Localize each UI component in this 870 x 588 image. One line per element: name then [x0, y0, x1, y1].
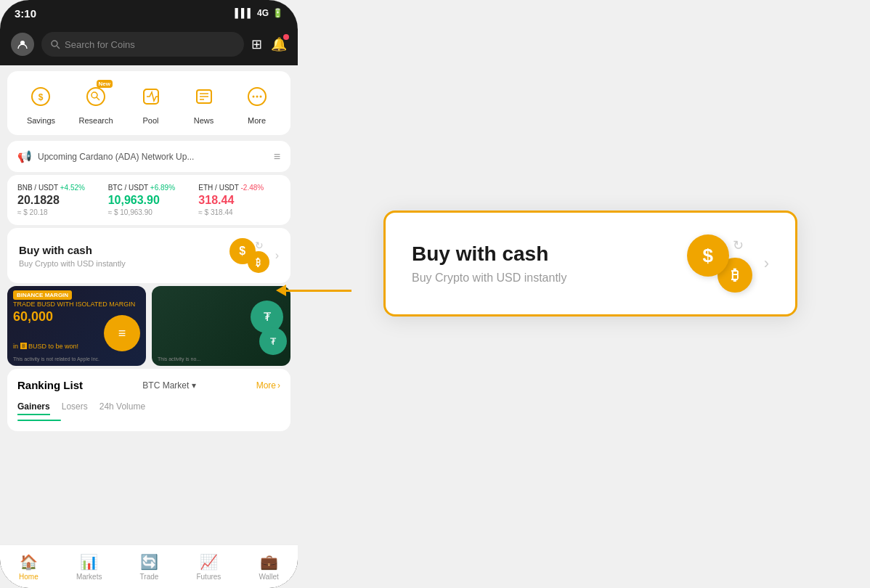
- ranking-more-btn[interactable]: More ›: [256, 380, 280, 391]
- buy-cash-arrow: ›: [275, 249, 279, 262]
- banner-disclaimer: This activity is not related to Apple In…: [13, 356, 140, 362]
- pool-icon: [136, 81, 166, 112]
- tab-gainers[interactable]: Gainers: [17, 399, 50, 415]
- banner-sub: in 🅱 BUSD to be won!: [13, 343, 78, 350]
- ranking-title: Ranking List: [17, 379, 83, 391]
- btc-pair: BTC / USDT +6.89%: [108, 184, 190, 192]
- new-badge: New: [97, 80, 113, 88]
- quick-menu: $ Savings New Research: [7, 71, 290, 135]
- popup-title: Buy with cash: [412, 242, 687, 266]
- nav-wallet[interactable]: 💼 Wallet: [259, 553, 278, 581]
- nav-markets[interactable]: 📊 Markets: [76, 553, 102, 581]
- ranking-tabs: Gainers Losers 24h Volume: [17, 399, 280, 415]
- buy-cash-right: $ ↻ ₿ ›: [229, 238, 279, 273]
- search-placeholder: Search for Coins: [65, 39, 135, 50]
- menu-news[interactable]: News: [189, 81, 219, 125]
- popup-refresh-icon: ↻: [733, 237, 744, 253]
- tab-losers[interactable]: Losers: [62, 399, 88, 415]
- popup-right: $ ↻ ₿ ›: [687, 234, 769, 293]
- more-icon: [242, 81, 272, 112]
- futures-icon: 📈: [200, 553, 218, 571]
- home-icon: 🏠: [20, 553, 38, 571]
- btc-change: +6.89%: [150, 184, 175, 192]
- nav-trade[interactable]: 🔄 Trade: [140, 553, 159, 581]
- bell-icon[interactable]: 🔔: [271, 36, 287, 52]
- buy-cash-card[interactable]: Buy with cash Buy Crypto with USD instan…: [7, 228, 290, 283]
- announcement-text: Upcoming Cardano (ADA) Network Up...: [38, 152, 194, 162]
- nav-futures[interactable]: 📈 Futures: [196, 553, 221, 581]
- tab-24h-volume[interactable]: 24h Volume: [99, 399, 145, 415]
- phone-screen: 3:10 ▌▌▌ 4G 🔋 Search for Coins ⊞ 🔔: [0, 0, 298, 588]
- list-icon[interactable]: ≡: [274, 150, 280, 163]
- savings-icon: $: [25, 81, 56, 112]
- search-bar[interactable]: Search for Coins: [41, 32, 244, 57]
- pool-label: Pool: [143, 116, 159, 125]
- svg-line-2: [57, 46, 60, 49]
- status-bar: 3:10 ▌▌▌ 4G 🔋: [0, 0, 298, 26]
- banner-amount: 60,000: [13, 309, 53, 324]
- tab-indicator: [17, 420, 61, 421]
- savings-label: Savings: [27, 116, 55, 125]
- coin-stack: $ ↻ ₿: [229, 238, 269, 273]
- price-ticker: BNB / USDT +4.52% 20.1828 ≈ $ 20.18 BTC …: [7, 175, 290, 225]
- nav-home[interactable]: 🏠 Home: [19, 553, 38, 581]
- bnb-price: 20.1828: [17, 194, 99, 207]
- trade-icon: 🔄: [140, 553, 158, 571]
- popup-subtitle: Buy Crypto with USD instantly: [412, 271, 687, 285]
- market-label: BTC Market: [142, 380, 189, 391]
- popup-chevron-right[interactable]: ›: [764, 254, 769, 273]
- main-content: $ Savings New Research: [0, 65, 298, 544]
- battery-icon: 🔋: [272, 8, 283, 18]
- nav-futures-label: Futures: [196, 573, 221, 581]
- eth-change: -2.48%: [241, 184, 264, 192]
- popup-dollar-coin: $: [687, 234, 729, 277]
- eth-pair: ETH / USDT -2.48%: [198, 184, 280, 192]
- popup-buy-cash[interactable]: Buy with cash Buy Crypto with USD instan…: [383, 211, 797, 317]
- svg-line-7: [97, 97, 99, 100]
- eth-price: 318.44: [198, 194, 280, 207]
- menu-pool[interactable]: Pool: [136, 81, 166, 125]
- banner-section: BINANCE MARGIN TRADE BUSD WITH ISOLATED …: [7, 286, 290, 366]
- eth-usd: ≈ $ 318.44: [198, 208, 280, 216]
- dollar-coin: $: [229, 238, 256, 264]
- bottom-nav: 🏠 Home 📊 Markets 🔄 Trade 📈 Futures 💼 Wal…: [0, 544, 298, 588]
- nav-wallet-label: Wallet: [259, 573, 278, 581]
- ticker-eth[interactable]: ETH / USDT -2.48% 318.44 ≈ $ 318.44: [198, 184, 280, 216]
- popup-left: Buy with cash Buy Crypto with USD instan…: [412, 242, 687, 285]
- signal-icon: ▌▌▌: [235, 8, 253, 18]
- research-label: Research: [78, 116, 113, 125]
- refresh-arrow: ↻: [255, 240, 264, 251]
- avatar[interactable]: [11, 33, 34, 56]
- svg-point-15: [256, 96, 258, 98]
- announcement-bar[interactable]: 📢 Upcoming Cardano (ADA) Network Up... ≡: [7, 141, 290, 172]
- arrow-head: [276, 285, 286, 296]
- banner-tether[interactable]: ₮ ₮ This activity is no...: [152, 286, 290, 366]
- nav-markets-label: Markets: [76, 573, 102, 581]
- svg-point-14: [252, 96, 254, 98]
- status-time: 3:10: [15, 7, 36, 20]
- tether-coin-2: ₮: [259, 327, 287, 355]
- ticker-bnb[interactable]: BNB / USDT +4.52% 20.1828 ≈ $ 20.18: [17, 184, 99, 216]
- bnb-pair: BNB / USDT +4.52%: [17, 184, 99, 192]
- svg-point-16: [259, 96, 261, 98]
- banner-margin[interactable]: BINANCE MARGIN TRADE BUSD WITH ISOLATED …: [7, 286, 146, 366]
- more-chevron-icon: ›: [277, 380, 280, 391]
- banner-label: BINANCE MARGIN: [13, 290, 72, 300]
- buy-cash-subtitle: Buy Crypto with USD instantly: [19, 259, 229, 268]
- banner-busd-coin: ≡: [104, 315, 140, 351]
- phone-container: 3:10 ▌▌▌ 4G 🔋 Search for Coins ⊞ 🔔: [0, 0, 298, 588]
- svg-point-1: [52, 41, 57, 46]
- menu-savings[interactable]: $ Savings: [25, 81, 56, 125]
- svg-point-5: [87, 88, 105, 105]
- btc-price: 10,963.90: [108, 194, 190, 207]
- btc-usd: ≈ $ 10,963.90: [108, 208, 190, 216]
- svg-point-6: [92, 92, 97, 98]
- ranking-section: Ranking List BTC Market ▾ More › Gainers…: [7, 369, 290, 431]
- ticker-btc[interactable]: BTC / USDT +6.89% 10,963.90 ≈ $ 10,963.9…: [108, 184, 190, 216]
- ranking-market[interactable]: BTC Market ▾: [142, 380, 196, 391]
- scan-icon[interactable]: ⊞: [251, 36, 262, 52]
- menu-more[interactable]: More: [242, 81, 272, 125]
- menu-research[interactable]: New Research: [78, 81, 113, 125]
- top-bar: Search for Coins ⊞ 🔔: [0, 26, 298, 65]
- banner-text: TRADE BUSD WITH ISOLATED MARGIN: [13, 301, 135, 308]
